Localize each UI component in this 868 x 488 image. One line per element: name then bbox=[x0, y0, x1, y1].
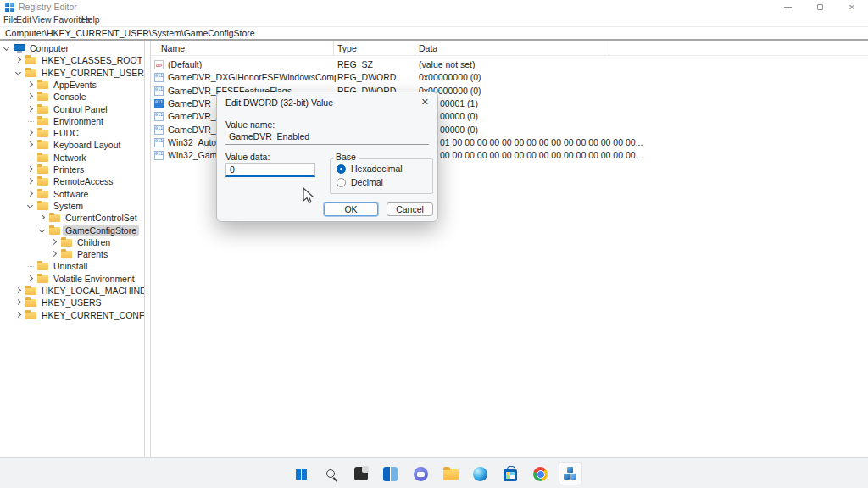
restore-button[interactable] bbox=[804, 0, 836, 14]
tree-item-children[interactable]: Children bbox=[0, 236, 144, 248]
ok-button[interactable]: OK bbox=[324, 202, 378, 216]
tree-item-hkey-current-config[interactable]: HKEY_CURRENT_CONFIG bbox=[0, 309, 144, 321]
taskbar-button-store[interactable] bbox=[498, 462, 522, 485]
tree-item-label[interactable]: HKEY_CLASSES_ROOT bbox=[39, 55, 144, 65]
tree-item-label[interactable]: HKEY_CURRENT_CONFIG bbox=[39, 310, 144, 320]
tree-item-volatile-environment[interactable]: Volatile Environment bbox=[0, 273, 144, 285]
tree-item-hkey-classes-root[interactable]: HKEY_CLASSES_ROOT bbox=[0, 54, 144, 66]
chevron-right-icon[interactable] bbox=[27, 93, 33, 99]
tree-item-label[interactable]: Environment bbox=[51, 116, 106, 126]
panel-splitter[interactable] bbox=[144, 41, 151, 457]
decimal-radio[interactable] bbox=[337, 178, 346, 187]
menu-view[interactable]: View bbox=[32, 14, 52, 25]
column-header-name[interactable]: Name bbox=[161, 43, 185, 53]
cancel-button[interactable]: Cancel bbox=[387, 202, 433, 216]
menu-edit[interactable]: Edit bbox=[16, 14, 31, 25]
tree-item-keyboard-layout[interactable]: Keyboard Layout bbox=[0, 139, 144, 151]
tree-item-currentcontrolset[interactable]: CurrentControlSet bbox=[0, 212, 144, 224]
chevron-right-icon[interactable] bbox=[15, 312, 21, 318]
taskbar-button-edge[interactable] bbox=[469, 462, 492, 485]
dialog-close-icon[interactable]: ✕ bbox=[421, 97, 429, 108]
taskbar-button-file-explorer[interactable] bbox=[439, 462, 463, 485]
tree-item-label[interactable]: Children bbox=[75, 237, 113, 247]
hexadecimal-radio[interactable] bbox=[337, 164, 346, 174]
value-data-input[interactable]: 0 bbox=[225, 163, 315, 177]
tree-item-remoteaccess[interactable]: RemoteAccess bbox=[0, 175, 144, 187]
taskbar-button-registry-editor[interactable] bbox=[559, 462, 582, 485]
tree-item-console[interactable]: Console bbox=[0, 91, 144, 103]
chevron-right-icon[interactable] bbox=[27, 191, 33, 197]
taskbar-button-chat[interactable] bbox=[409, 462, 432, 485]
tree-item-label[interactable]: EUDC bbox=[51, 128, 81, 138]
tree-item-label[interactable]: GameConfigStore bbox=[63, 225, 139, 236]
tree-item-label[interactable]: Volatile Environment bbox=[51, 274, 137, 284]
taskbar-button-chrome[interactable] bbox=[528, 462, 552, 485]
tree-item-label[interactable]: Control Panel bbox=[51, 104, 110, 114]
tree-item-control-panel[interactable]: Control Panel bbox=[0, 103, 144, 115]
menu-help[interactable]: Help bbox=[81, 14, 100, 25]
tree-item-label[interactable]: Software bbox=[51, 189, 91, 199]
minimize-button[interactable] bbox=[771, 0, 804, 14]
taskbar-button-search[interactable] bbox=[319, 462, 342, 485]
tree-item-label[interactable]: HKEY_LOCAL_MACHINE bbox=[39, 286, 144, 296]
value-row--default-[interactable]: ab(Default)REG_SZ(value not set) bbox=[151, 58, 868, 71]
tree-item-system[interactable]: System bbox=[0, 200, 144, 212]
chevron-right-icon[interactable] bbox=[15, 57, 21, 63]
tree-item-label[interactable]: HKEY_CURRENT_USER bbox=[39, 68, 144, 78]
tree-item-gameconfigstore[interactable]: GameConfigStore bbox=[0, 225, 144, 236]
column-header-type[interactable]: Type bbox=[337, 43, 357, 53]
tree-item-label[interactable]: HKEY_USERS bbox=[39, 297, 104, 308]
taskbar-button-widgets[interactable] bbox=[379, 462, 403, 485]
tree-item-label[interactable]: Keyboard Layout bbox=[51, 140, 123, 150]
chevron-right-icon[interactable] bbox=[27, 275, 33, 281]
tree-item-hkey-current-user[interactable]: HKEY_CURRENT_USER bbox=[0, 67, 144, 79]
tree-item-label[interactable]: Computer bbox=[27, 43, 71, 53]
chevron-down-icon[interactable] bbox=[39, 226, 45, 232]
tree-item-label[interactable]: Console bbox=[51, 92, 89, 102]
tree-item-label[interactable]: AppEvents bbox=[51, 80, 99, 90]
address-bar[interactable]: Computer\HKEY_CURRENT_USER\System\GameCo… bbox=[0, 26, 868, 39]
chevron-down-icon[interactable] bbox=[15, 69, 21, 75]
tree-item-computer[interactable]: Computer bbox=[0, 42, 144, 54]
hexadecimal-label: Hexadecimal bbox=[351, 164, 403, 174]
tree-item-eudc[interactable]: EUDC bbox=[0, 127, 144, 139]
chevron-right-icon[interactable] bbox=[27, 166, 33, 172]
value-name[interactable]: (Default) bbox=[168, 59, 202, 69]
tree-item-hkey-local-machine[interactable]: HKEY_LOCAL_MACHINE bbox=[0, 285, 144, 297]
tree-item-hkey-users[interactable]: HKEY_USERS bbox=[0, 297, 144, 308]
taskbar-button-snip[interactable] bbox=[349, 462, 373, 485]
tree-item-label[interactable]: Network bbox=[51, 152, 89, 163]
tree-item-environment[interactable]: Environment bbox=[0, 115, 144, 127]
address-path[interactable]: Computer\HKEY_CURRENT_USER\System\GameCo… bbox=[5, 28, 255, 38]
chevron-right-icon[interactable] bbox=[15, 299, 21, 305]
tree-item-parents[interactable]: Parents bbox=[0, 248, 144, 260]
chevron-right-icon[interactable] bbox=[51, 239, 57, 245]
tree-item-label[interactable]: Parents bbox=[75, 249, 110, 259]
chevron-right-icon[interactable] bbox=[27, 178, 33, 184]
taskbar-button-start[interactable] bbox=[289, 462, 313, 485]
tree-item-network[interactable]: Network bbox=[0, 152, 144, 164]
chevron-right-icon[interactable] bbox=[15, 287, 21, 293]
chevron-right-icon[interactable] bbox=[51, 251, 57, 257]
tree-item-printers[interactable]: Printers bbox=[0, 164, 144, 175]
chevron-right-icon[interactable] bbox=[27, 105, 33, 111]
value-row-gamedvr-dxgihonorfsewindowscompati-[interactable]: 011110GameDVR_DXGIHonorFSEWindowsCompati… bbox=[151, 71, 868, 84]
chevron-right-icon[interactable] bbox=[27, 81, 33, 87]
close-button[interactable]: ✕ bbox=[836, 0, 868, 14]
tree-item-label[interactable]: Printers bbox=[51, 164, 86, 175]
chevron-right-icon[interactable] bbox=[27, 141, 33, 147]
chevron-right-icon[interactable] bbox=[27, 130, 33, 136]
chevron-down-icon[interactable] bbox=[27, 202, 33, 208]
tree-item-uninstall[interactable]: Uninstall bbox=[0, 260, 144, 272]
tree-item-software[interactable]: Software bbox=[0, 188, 144, 200]
chevron-down-icon[interactable] bbox=[3, 45, 9, 51]
chevron-right-icon[interactable] bbox=[39, 214, 45, 220]
tree-item-label[interactable]: Uninstall bbox=[51, 261, 90, 271]
tree-item-label[interactable]: System bbox=[51, 201, 86, 211]
tree-item-label[interactable]: CurrentControlSet bbox=[63, 213, 140, 223]
folder-icon bbox=[25, 312, 36, 319]
tree-item-label[interactable]: RemoteAccess bbox=[51, 176, 116, 186]
tree-item-appevents[interactable]: AppEvents bbox=[0, 79, 144, 91]
column-header-data[interactable]: Data bbox=[419, 43, 437, 53]
value-name[interactable]: GameDVR_DXGIHonorFSEWindowsCompati... bbox=[168, 72, 336, 82]
